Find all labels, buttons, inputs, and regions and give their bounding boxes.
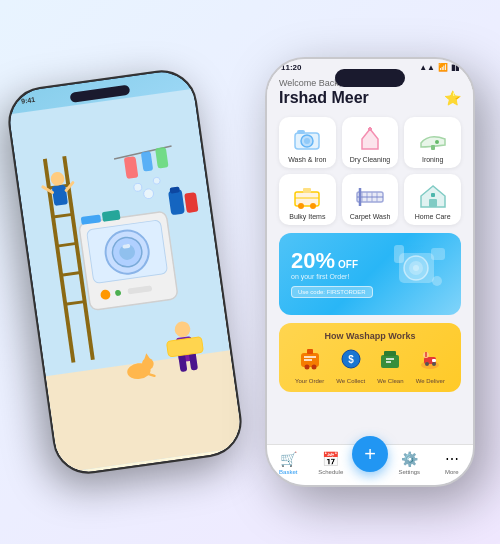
service-ironing[interactable]: Ironing	[404, 117, 461, 168]
svg-point-90	[425, 362, 429, 366]
svg-point-69	[413, 265, 419, 271]
bulky-icon	[291, 182, 323, 210]
fab-add-button[interactable]: +	[352, 436, 388, 472]
svg-rect-70	[394, 245, 404, 263]
svg-rect-82	[384, 351, 396, 356]
step-collect: $ We Collect	[336, 347, 365, 384]
wash-iron-icon	[291, 125, 323, 153]
promo-percent: 20%	[291, 250, 335, 272]
step-deliver: We Deliver	[416, 347, 445, 384]
phones-container: 9:41	[0, 0, 500, 544]
svg-rect-56	[303, 188, 311, 193]
svg-point-75	[311, 365, 316, 370]
promo-text: 20% OFF on your first Order! Use code: F…	[291, 250, 373, 298]
svg-point-72	[432, 276, 442, 286]
nav-schedule[interactable]: 📅 Schedule	[310, 451, 353, 475]
plus-icon: +	[364, 443, 376, 466]
service-bulky[interactable]: Bulky Items	[279, 174, 336, 225]
step-order-label: Your Order	[295, 378, 324, 384]
bulky-label: Bulky Items	[289, 213, 325, 220]
nav-more[interactable]: ⋯ More	[431, 451, 474, 475]
promo-code[interactable]: Use code: FIRSTORDER	[291, 286, 373, 298]
promo-image	[389, 243, 449, 305]
wifi-icon: ▲▲	[419, 63, 435, 72]
promo-subtitle: on your first Order!	[291, 273, 373, 280]
step-deliver-icon	[418, 347, 442, 376]
nav-basket[interactable]: 🛒 Basket	[267, 451, 310, 475]
svg-rect-64	[429, 199, 437, 207]
ironing-label: Ironing	[422, 156, 443, 163]
left-status-time: 9:41	[21, 96, 36, 105]
signal-icon: 📶	[438, 63, 448, 72]
svg-point-54	[310, 203, 316, 209]
promo-banner[interactable]: 20% OFF on your first Order! Use code: F…	[279, 233, 461, 315]
home-care-label: Home Care	[415, 213, 451, 220]
how-works-steps: Your Order $ We Collect	[289, 347, 451, 384]
settings-label: Settings	[398, 469, 420, 475]
service-home-care[interactable]: Home Care	[404, 174, 461, 225]
svg-rect-65	[431, 193, 435, 197]
user-name-text: Irshad Meer	[279, 89, 369, 107]
step-collect-label: We Collect	[336, 378, 365, 384]
status-time: 11:20	[281, 63, 301, 72]
svg-point-74	[304, 365, 309, 370]
carpet-label: Carpet Wash	[350, 213, 391, 220]
phone-left: 9:41	[4, 66, 246, 479]
dry-cleaning-icon	[354, 125, 386, 153]
battery-icon: ▮▮	[451, 63, 459, 72]
step-deliver-label: We Deliver	[416, 378, 445, 384]
svg-rect-50	[431, 145, 435, 150]
star-icon: ⭐	[444, 90, 461, 106]
settings-icon: ⚙️	[401, 451, 418, 467]
svg-point-53	[298, 203, 304, 209]
step-clean-icon	[378, 347, 402, 376]
promo-off: OFF	[338, 259, 358, 270]
user-name-row: Irshad Meer ⭐	[279, 89, 461, 107]
dry-cleaning-label: Dry Cleaning	[350, 156, 390, 163]
wash-iron-label: Wash & Iron	[288, 156, 326, 163]
step-order-icon	[298, 347, 322, 376]
service-carpet[interactable]: Carpet Wash	[342, 174, 399, 225]
svg-rect-78	[307, 349, 313, 354]
carpet-icon	[354, 182, 386, 210]
step-collect-icon: $	[339, 347, 363, 376]
more-icon: ⋯	[445, 451, 459, 467]
step-order: Your Order	[295, 347, 324, 384]
service-wash-iron[interactable]: Wash & Iron	[279, 117, 336, 168]
home-care-icon	[417, 182, 449, 210]
schedule-label: Schedule	[318, 469, 343, 475]
svg-text:$: $	[348, 354, 354, 365]
basket-label: Basket	[279, 469, 297, 475]
app-content: Welcome Back, Irshad Meer ⭐	[267, 72, 473, 448]
svg-rect-89	[432, 359, 436, 362]
ironing-icon	[417, 125, 449, 153]
step-clean: We Clean	[377, 347, 403, 384]
more-label: More	[445, 469, 459, 475]
svg-point-46	[304, 138, 310, 144]
svg-rect-47	[297, 130, 305, 134]
service-grid: Wash & Iron Dry Cleaning	[279, 117, 461, 225]
service-dry-cleaning[interactable]: Dry Cleaning	[342, 117, 399, 168]
svg-point-91	[432, 362, 436, 366]
svg-rect-52	[295, 192, 319, 206]
phone-right: 11:20 ▲▲ 📶 ▮▮ Welcome Back, Irshad Meer …	[265, 57, 475, 487]
status-icons: ▲▲ 📶 ▮▮	[419, 63, 459, 72]
laundry-illustration	[9, 86, 244, 476]
right-notch	[335, 69, 405, 87]
how-works-section: How Washapp Works	[279, 323, 461, 392]
schedule-icon: 📅	[322, 451, 339, 467]
nav-settings[interactable]: ⚙️ Settings	[388, 451, 431, 475]
how-works-title: How Washapp Works	[289, 331, 451, 341]
bottom-nav: 🛒 Basket 📅 Schedule + ⚙️ Settings ⋯ More	[267, 444, 473, 485]
svg-point-51	[435, 140, 439, 144]
svg-rect-71	[431, 248, 445, 260]
svg-rect-26	[52, 185, 68, 206]
step-clean-label: We Clean	[377, 378, 403, 384]
basket-icon: 🛒	[280, 451, 297, 467]
